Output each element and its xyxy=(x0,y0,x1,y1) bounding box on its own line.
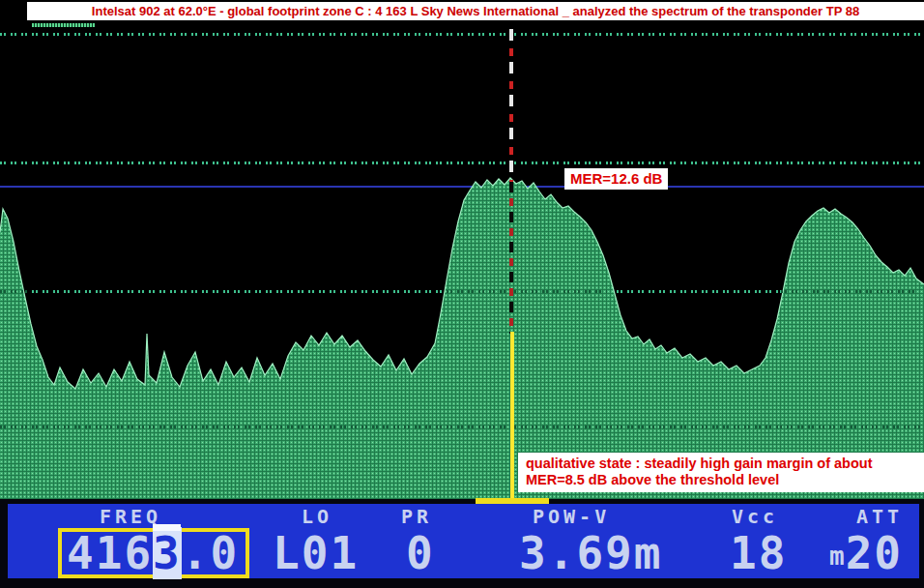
qualitative-state-line2: MER=8.5 dB above the threshold level xyxy=(526,472,924,488)
frequency-cursor-tick xyxy=(153,524,181,531)
gridline-3-overlay-b xyxy=(447,290,607,293)
gridline-3-overlay-a xyxy=(0,290,29,293)
center-marker-dashed-mid xyxy=(509,182,513,334)
pr-value: 0 xyxy=(406,530,435,576)
lo-value: L01 xyxy=(273,530,359,576)
frequency-value[interactable]: 4163.0 xyxy=(67,530,239,576)
att-label: ATT xyxy=(856,505,903,528)
qualitative-state-box: qualitative state : steadily high gain m… xyxy=(518,453,924,492)
center-marker-dashed-top xyxy=(509,29,513,184)
pr-label: PR xyxy=(401,505,432,528)
spectrum-display: MER=12.6 dB qualitative state : steadily… xyxy=(0,21,924,499)
gridline-4 xyxy=(0,426,924,428)
vcc-value: 18 xyxy=(730,530,787,576)
vcc-label: Vcc xyxy=(732,505,778,528)
mer-readout-label: MER=12.6 dB xyxy=(564,168,668,190)
center-marker-yellow-base xyxy=(476,498,549,504)
qualitative-state-line1: qualitative state : steadily high gain m… xyxy=(526,456,924,472)
title-banner: Intelsat 902 at 62.0°E - global footprin… xyxy=(27,2,924,20)
status-bar: FREQ LO PR POW-V Vcc ATT 4163.0 L01 0 3.… xyxy=(0,499,924,588)
spectrum-analyzer-screen: Intelsat 902 at 62.0°E - global footprin… xyxy=(0,0,924,588)
center-marker-yellow-line xyxy=(510,332,514,500)
powv-label: POW-V xyxy=(533,505,610,528)
lo-label: LO xyxy=(302,505,332,528)
gridline-3-overlay-c xyxy=(781,290,918,293)
att-value: M20 xyxy=(829,530,903,579)
spectrum-fill xyxy=(0,178,924,499)
powv-value: 3.69m xyxy=(519,530,662,576)
banner-text: Intelsat 902 at 62.0°E - global footprin… xyxy=(92,4,859,18)
